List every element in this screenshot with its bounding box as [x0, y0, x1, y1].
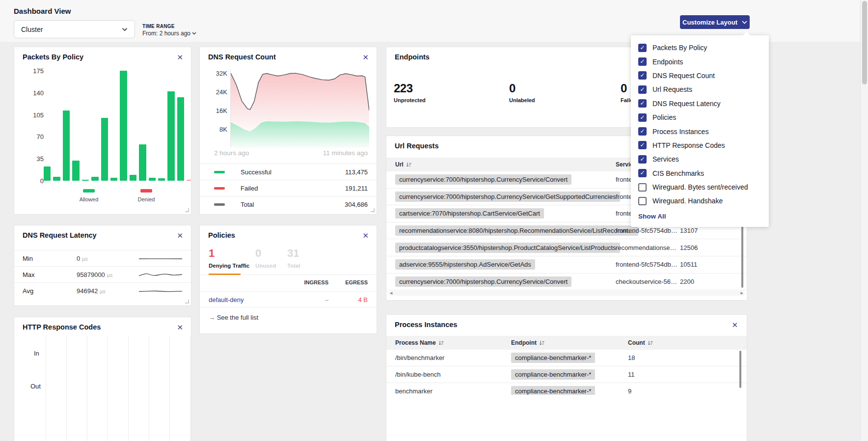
checkbox-checked-icon[interactable]: ✓	[638, 99, 647, 108]
see-full-list-link[interactable]: → See the full list	[209, 314, 258, 321]
customize-menu-item[interactable]: ✓Policies	[631, 110, 769, 124]
resize-handle[interactable]	[185, 300, 189, 303]
total-swatch-icon	[214, 203, 225, 206]
failed-swatch-icon	[214, 187, 225, 190]
y-tick-label: 0	[22, 177, 44, 185]
column-label: Process Name	[395, 339, 436, 346]
bar-allowed	[44, 166, 51, 181]
sort-icon	[539, 340, 544, 346]
checkbox-checked-icon[interactable]: ✓	[638, 113, 647, 122]
process-table-body: /bin/benchmarkercompliance-benchmarker-*…	[386, 350, 747, 395]
tab-denying-traffic-value: 1	[209, 247, 215, 260]
customize-menu-item[interactable]: ✓Url Requests	[631, 83, 769, 96]
page-scrollbar-thumb[interactable]	[862, 1, 867, 84]
process-table-row[interactable]: benchmarkercompliance-benchmarker-*9	[386, 383, 747, 395]
customize-menu-item[interactable]: ✓DNS Request Latency	[631, 97, 769, 110]
close-icon[interactable]: ✕	[177, 54, 183, 61]
bar-allowed	[72, 161, 79, 181]
show-all-link[interactable]: Show All	[638, 213, 769, 220]
checkbox-checked-icon[interactable]: ✓	[638, 44, 647, 52]
y-tick-label: 175	[22, 67, 44, 75]
y-tick-label: 35	[22, 155, 44, 163]
customize-menu-item[interactable]: Wireguard. Bytes sent/received	[631, 180, 769, 194]
legend-label: Denied	[129, 196, 163, 202]
service-cell: recommendationse…	[616, 244, 678, 251]
customize-menu-item[interactable]: ✓Process Instances	[631, 124, 769, 138]
customize-menu-item[interactable]: ✓DNS Request Count	[631, 69, 769, 83]
customize-menu-item-label: CIS Benchmarks	[652, 169, 704, 177]
resize-handle[interactable]	[185, 208, 189, 212]
bar-allowed	[91, 177, 98, 181]
column-header-process-name[interactable]: Process Name	[395, 339, 444, 346]
customize-menu-item-label: Wireguard. Handshake	[652, 197, 723, 205]
scroll-left-icon[interactable]: ◀	[390, 291, 392, 295]
policy-link-default-deny[interactable]: default-deny	[209, 296, 244, 303]
checkbox-checked-icon[interactable]: ✓	[638, 57, 647, 66]
customize-menu-item-label: DNS Request Latency	[652, 100, 721, 108]
latency-label: Avg	[23, 287, 33, 295]
checkbox-checked-icon[interactable]: ✓	[638, 155, 647, 164]
legend-name: Failed	[241, 185, 258, 192]
resize-handle[interactable]	[371, 208, 375, 212]
customize-menu-item[interactable]: ✓HTTP Response Codes	[631, 138, 769, 152]
close-icon[interactable]: ✕	[362, 232, 369, 239]
close-icon[interactable]: ✕	[732, 321, 738, 329]
customize-menu-item[interactable]: Wireguard. Handshake	[631, 194, 769, 208]
legend-label: Allowed	[72, 196, 106, 202]
customize-menu-item[interactable]: ✓Services	[631, 152, 769, 166]
url-table-row[interactable]: currencyservice:7000/hipstershop.Currenc…	[386, 274, 747, 291]
view-selector[interactable]: Cluster	[14, 20, 135, 38]
panel-dns-request-count: DNS Request Count ✕ 32K24K16K8K	[199, 47, 377, 215]
checkbox-checked-icon[interactable]: ✓	[638, 71, 647, 80]
tab-total[interactable]: Total	[287, 263, 300, 269]
url-table-row[interactable]: adservice:9555/hipstershop.AdService/Get…	[386, 256, 747, 274]
customize-menu-item-label: Process Instances	[652, 128, 708, 136]
time-range-selector[interactable]: From: 2 hours ago	[142, 30, 196, 37]
http-chart-grid	[46, 336, 190, 441]
tab-denying-traffic[interactable]: Denying Traffic	[209, 263, 249, 269]
customize-menu-item[interactable]: ✓Packets By Policy	[631, 41, 769, 55]
latency-label: Max	[23, 271, 35, 278]
tab-unused[interactable]: Unused	[255, 263, 276, 269]
checkbox-checked-icon[interactable]: ✓	[638, 169, 647, 177]
horizontal-scrollbar[interactable]: ◀ ▶	[388, 291, 745, 296]
column-header-url[interactable]: Url	[395, 161, 411, 168]
latency-row-min: Min 0 µs	[14, 250, 191, 266]
checkbox-checked-icon[interactable]: ✓	[638, 141, 647, 149]
service-cell: checkoutservice-56…	[616, 278, 678, 285]
tab-total-value: 31	[287, 247, 299, 260]
url-table-row[interactable]: productcatalogservice:3550/hipstershop.P…	[386, 239, 747, 256]
bar-allowed	[110, 178, 117, 181]
customize-menu-item-label: HTTP Response Codes	[652, 141, 725, 149]
column-label: Endpoint	[511, 339, 537, 346]
panel-process-instances: Process Instances ✕ Process Name Endpoin…	[386, 314, 747, 441]
endpoints-stat-unprotected: 223 Unprotected	[394, 82, 426, 103]
vertical-scrollbar-thumb[interactable]	[741, 217, 743, 288]
checkbox-unchecked-icon[interactable]	[638, 183, 647, 192]
latency-row-avg: Avg 946942 µs	[14, 282, 191, 299]
page-scrollbar[interactable]	[860, 0, 868, 441]
column-header-count[interactable]: Count	[628, 339, 653, 346]
y-tick-label: 16K	[200, 107, 227, 114]
close-icon[interactable]: ✕	[177, 324, 183, 331]
vertical-scrollbar-thumb[interactable]	[739, 351, 741, 388]
customize-layout-button[interactable]: Customize Layout	[680, 15, 750, 29]
close-icon[interactable]: ✕	[362, 54, 369, 61]
process-table-row[interactable]: /bin/benchmarkercompliance-benchmarker-*…	[386, 350, 747, 366]
y-tick-label: 140	[22, 89, 44, 97]
scroll-right-icon[interactable]: ▶	[741, 291, 743, 295]
successful-swatch-icon	[214, 171, 225, 173]
process-table-row[interactable]: /bin/kube-benchcompliance-benchmarker-*1…	[386, 366, 747, 383]
checkbox-checked-icon[interactable]: ✓	[638, 85, 647, 94]
checkbox-unchecked-icon[interactable]	[638, 197, 647, 205]
customize-menu-item[interactable]: ✓Endpoints	[631, 55, 769, 68]
legend-name: Total	[241, 201, 254, 208]
column-header-endpoint[interactable]: Endpoint	[511, 339, 544, 346]
customize-menu-item[interactable]: ✓CIS Benchmarks	[631, 166, 769, 180]
close-icon[interactable]: ✕	[177, 232, 183, 239]
checkbox-checked-icon[interactable]: ✓	[638, 127, 647, 136]
customize-menu-item-label: Wireguard. Bytes sent/received	[652, 183, 748, 191]
endpoint-cell: compliance-benchmarker-*	[511, 353, 595, 363]
column-label: Url	[395, 161, 404, 168]
sort-icon	[648, 340, 653, 346]
